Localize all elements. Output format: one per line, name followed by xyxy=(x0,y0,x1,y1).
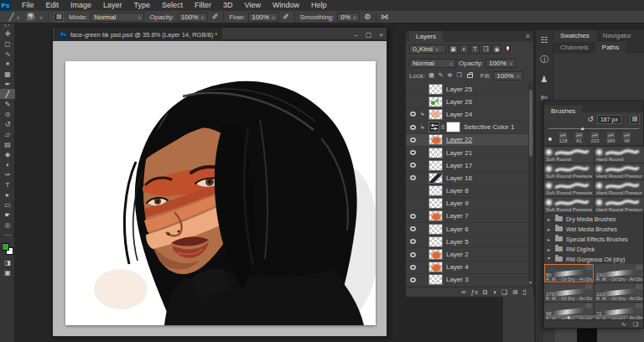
layer-row[interactable]: ↳ 8 Layer 22 xyxy=(406,134,533,147)
brush-folder-row[interactable]: ▸ Wet Media Brushes xyxy=(544,224,643,234)
brush-preset[interactable]: Hard Round Pressure Opacit… xyxy=(595,197,644,213)
chevron-icon[interactable]: ▸ xyxy=(548,226,552,232)
layer-name[interactable]: Layer 4 xyxy=(446,263,469,271)
layer-visibility-toggle[interactable] xyxy=(408,214,417,219)
layer-thumbnail[interactable] xyxy=(428,173,443,184)
layer-mask-thumbnail[interactable] xyxy=(446,122,460,132)
smoothing-options-gear-icon[interactable]: ⚙ xyxy=(364,13,371,21)
layer-row[interactable]: ↳ 8 Layer 4 xyxy=(406,262,533,274)
filter-pixel-layers-icon[interactable]: ▣ xyxy=(449,44,458,54)
layer-row[interactable]: ↳ 8 Layer 17 xyxy=(406,159,533,172)
panel-tab[interactable]: Navigator xyxy=(596,30,638,42)
brush-preset-tile[interactable]: 72 R. M. - Oil Dry - Art Draft Ha.. xyxy=(595,303,643,321)
new-brush-group-icon[interactable]: ❏ xyxy=(633,321,638,328)
recent-brush-preset[interactable]: 81 xyxy=(572,132,586,145)
menu-item[interactable]: Image xyxy=(65,0,97,11)
scroll-down-arrow-icon[interactable]: ▾ xyxy=(529,279,532,285)
stroke-preview-toggle-icon[interactable]: ∿ xyxy=(621,321,626,328)
lock-artboard-icon[interactable]: ❒ xyxy=(456,72,463,79)
layers-scrollbar-thumb[interactable] xyxy=(529,90,532,157)
layer-mask-icon[interactable]: ◘ xyxy=(483,288,487,297)
layer-name[interactable]: Selective Color 1 xyxy=(464,123,514,131)
flow-dropdown[interactable]: 100% ∨ xyxy=(248,13,278,22)
brush-preset-picker[interactable]: 187 ∨ xyxy=(25,12,43,22)
brush-folder-row[interactable]: ▸ Dry Media Brushes xyxy=(544,214,643,224)
brush-tool[interactable]: ╱ xyxy=(0,89,15,99)
filter-shape-layers-icon[interactable]: ❒ xyxy=(481,44,491,54)
layer-visibility-toggle[interactable] xyxy=(408,163,417,168)
lock-all-icon[interactable] xyxy=(467,74,473,78)
layer-name[interactable]: Layer 25 xyxy=(446,86,472,93)
menu-item[interactable]: Edit xyxy=(40,0,65,11)
pressure-opacity-icon[interactable]: ✐ xyxy=(212,13,219,21)
layer-visibility-toggle[interactable] xyxy=(408,277,417,282)
horizontal-scrollbar[interactable] xyxy=(548,315,628,318)
type-tool[interactable]: T xyxy=(0,179,15,189)
layer-style-icon[interactable]: ƒx xyxy=(471,288,478,297)
recent-brush-preset[interactable]: 128 xyxy=(556,132,570,145)
brush-settings-panel-toggle[interactable]: ▨ xyxy=(54,13,64,22)
brush-folder-row[interactable]: ▸ RM DigiInk xyxy=(544,244,643,254)
layer-row[interactable]: ↳ 8 Layer 2 xyxy=(406,248,533,261)
layer-thumbnail[interactable] xyxy=(428,148,443,158)
hand-tool[interactable]: ☛ xyxy=(0,210,15,220)
history-brush-tool[interactable]: ↺ xyxy=(0,119,15,129)
layer-visibility-toggle[interactable] xyxy=(408,252,417,257)
opacity-dropdown[interactable]: 100% ∨ xyxy=(178,13,208,22)
maximize-button[interactable]: ▢ xyxy=(366,31,372,39)
history-panel-icon[interactable]: ♟ xyxy=(541,75,548,84)
panel-tab[interactable]: Channels xyxy=(553,42,595,54)
layer-thumbnail[interactable] xyxy=(428,274,443,285)
clone-stamp-tool[interactable]: ⊙ xyxy=(0,109,15,119)
brush-preset[interactable]: Hard Round Pressure Size xyxy=(595,163,644,179)
layer-name[interactable]: Layer 3 xyxy=(446,276,469,283)
layer-row[interactable]: ↳ 8 Layer 6 xyxy=(406,223,533,236)
menu-item[interactable]: Filter xyxy=(189,0,217,11)
link-layers-icon[interactable]: ∞ xyxy=(461,288,466,297)
dodge-tool[interactable]: ◖ xyxy=(0,159,15,169)
pen-tool[interactable]: ✑ xyxy=(0,169,15,179)
layer-filter-toggle[interactable] xyxy=(506,45,510,53)
layer-thumbnail[interactable] xyxy=(428,249,443,260)
layer-row[interactable]: ↳ 8 Layer 24 xyxy=(406,108,533,121)
slider-thumb[interactable]: ▲ xyxy=(580,126,585,131)
layer-row[interactable]: ↳ 8 Layer 3 xyxy=(406,274,533,287)
brush-preset-tile[interactable]: 120 R. M. - Oil Dry - Art Draft Ha.. xyxy=(595,283,643,302)
minimize-button[interactable]: – xyxy=(354,31,357,39)
layer-fill-dropdown[interactable]: 100% ∨ xyxy=(493,71,523,80)
layer-thumbnail[interactable] xyxy=(428,236,443,247)
crop-tool[interactable]: ▦ xyxy=(0,69,15,79)
recent-brush-preset[interactable]: 233 xyxy=(588,132,602,145)
layer-row[interactable]: ↳ 8 Layer 16 xyxy=(406,172,533,184)
menu-item[interactable]: View xyxy=(239,0,267,11)
menu-item[interactable]: Type xyxy=(128,0,157,11)
layer-name[interactable]: Layer 16 xyxy=(446,174,472,182)
filter-type-layers-icon[interactable]: T xyxy=(470,44,480,54)
panel-menu-icon[interactable]: ≡ xyxy=(526,33,530,40)
close-button[interactable]: × xyxy=(379,31,383,39)
tab-brushes[interactable]: Brushes xyxy=(544,106,582,117)
menu-item[interactable]: Layer xyxy=(97,0,128,11)
layer-row[interactable]: ↳ 8 Layer 8 xyxy=(406,185,533,198)
brush-preset[interactable]: Soft Round Pressure Opacity xyxy=(544,180,594,196)
layer-thumbnail[interactable] xyxy=(428,109,443,120)
layer-visibility-toggle[interactable] xyxy=(408,189,417,194)
shape-tool[interactable]: ▭ xyxy=(0,200,15,210)
menu-item[interactable]: 3D xyxy=(217,0,239,11)
brush-folder-row[interactable]: ▸ RM Gorgeous Oil (dry) xyxy=(544,254,643,264)
layer-thumbnail[interactable] xyxy=(428,224,443,235)
layer-visibility-toggle[interactable] xyxy=(408,265,417,270)
brush-preset-tile[interactable]: 175 R. M. - Oil Dry - Art Draft Hal.. xyxy=(544,283,594,302)
mask-link-icon[interactable]: 8 xyxy=(441,124,444,130)
marquee-tool[interactable]: ◻ xyxy=(0,39,15,49)
layer-row[interactable]: ↳ 8 Layer 7 xyxy=(406,210,533,223)
layer-name[interactable]: Layer 9 xyxy=(446,200,469,207)
menu-item[interactable]: File xyxy=(16,0,40,11)
layer-name[interactable]: Layer 5 xyxy=(446,238,469,246)
layer-name[interactable]: Layer 6 xyxy=(446,225,469,233)
eraser-tool[interactable]: ▱ xyxy=(0,129,15,139)
brush-size-slider[interactable]: ▲ xyxy=(548,126,639,132)
layer-opacity-dropdown[interactable]: 100% ∨ xyxy=(486,59,516,68)
brush-symmetry-icon[interactable]: ⋈ xyxy=(381,13,388,21)
quick-selection-tool[interactable]: ✶ xyxy=(0,59,15,69)
